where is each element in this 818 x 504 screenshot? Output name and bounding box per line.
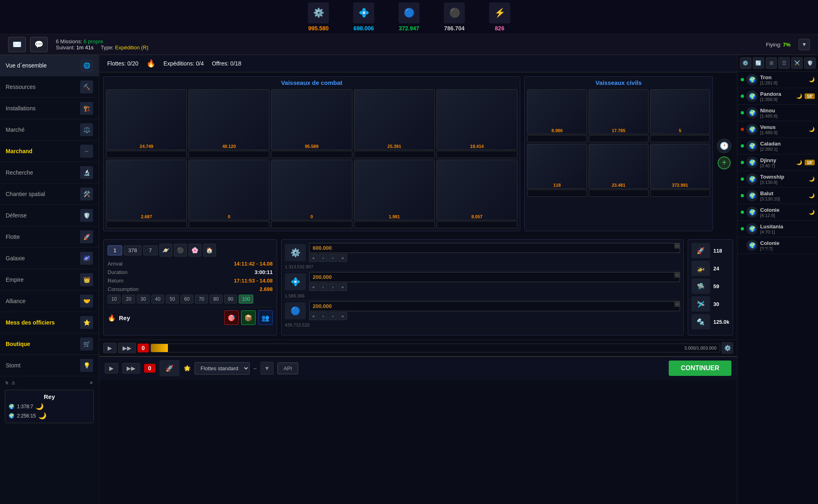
speed-btn-30[interactable]: 30	[137, 295, 150, 304]
mission-dropdown[interactable]: ▼	[799, 39, 810, 50]
sidebar-item-marchand[interactable]: Marchand ↔️	[0, 141, 99, 162]
ship-input-1[interactable]	[189, 151, 269, 158]
send-deuterium-next[interactable]: ›	[328, 312, 337, 320]
planet-list-item-8[interactable]: 🌍 Colonie [4:12:9] 🌙	[737, 204, 818, 221]
ship-input-6[interactable]	[189, 221, 269, 228]
planet-list-item-1[interactable]: 🌍 Pandora [1:356:9] 🌙 18'	[737, 88, 818, 105]
home-tab-icon[interactable]: 🏠	[203, 244, 216, 257]
ship-input-5[interactable]	[106, 221, 187, 228]
speed-btn-10[interactable]: 10	[108, 295, 121, 304]
speed-btn-40[interactable]: 40	[151, 295, 164, 304]
sidebar-item-flotte[interactable]: Flotte 🚀	[0, 226, 99, 248]
close-crystal-btn[interactable]: –	[674, 272, 680, 278]
planet-tab-icon[interactable]: 🪐	[159, 244, 172, 257]
speed-btn-70[interactable]: 70	[195, 295, 208, 304]
send-crystal-prev[interactable]: ‹	[319, 283, 328, 291]
right-gear-btn[interactable]: ⚙️	[740, 57, 751, 69]
civil-ship-input-1[interactable]	[589, 135, 648, 142]
send-deuterium-prev-prev[interactable]: «	[309, 312, 318, 320]
right-refresh-btn[interactable]: 🔄	[753, 57, 764, 69]
sidebar-item-defense[interactable]: Défense 🛡️	[0, 205, 99, 226]
civil-ship-input-3[interactable]	[527, 190, 587, 197]
send-crystal-prev-prev[interactable]: «	[309, 283, 318, 291]
planet-list-item-9[interactable]: 🌍 Lusitania [4:70:1]	[737, 221, 818, 237]
right-settings-btn[interactable]: ⚔️	[791, 57, 803, 69]
chat-button[interactable]: 💬	[30, 37, 48, 52]
dropdown-arrow-btn[interactable]: ▼	[261, 362, 273, 375]
ship-input-7[interactable]	[271, 221, 352, 228]
civil-ship-input-0[interactable]	[527, 135, 587, 142]
close-metal-btn[interactable]: –	[674, 243, 680, 249]
target-attack-icon[interactable]: 🎯	[224, 310, 239, 325]
close-alerts[interactable]: ✕	[89, 380, 93, 386]
send-deuterium-prev[interactable]: ‹	[319, 312, 328, 320]
send-metal-prev[interactable]: ‹	[319, 254, 328, 262]
sidebar-item-marche[interactable]: Marché ⚖️	[0, 119, 99, 141]
right-shield-btn[interactable]: 🛡️	[804, 57, 816, 69]
sidebar-item-empire[interactable]: Empire 👑	[0, 269, 99, 291]
sidebar-item-chantier[interactable]: Chantier spatial 🛠️	[0, 183, 99, 205]
sidebar-item-mess[interactable]: Mess des officiers ⭐	[0, 312, 99, 333]
civil-ship-input-4[interactable]	[589, 190, 648, 197]
send-deuterium-input[interactable]	[309, 301, 680, 311]
sidebar-item-alliance[interactable]: Alliance 🤝	[0, 291, 99, 312]
send-crystal-next-next[interactable]: »	[338, 283, 347, 291]
planet-list-item-5[interactable]: 🌍 Djinny [3:40:7] 🌙 18'	[737, 154, 818, 171]
mission-tab-378[interactable]: 378	[124, 245, 142, 255]
send-crystal-next[interactable]: ›	[328, 283, 337, 291]
sphere-tab-icon[interactable]: ⚫	[174, 244, 187, 257]
planet-list-item-3[interactable]: 🌍 Venus [1:485:9] 🌙	[737, 121, 818, 138]
planet-list-item-7[interactable]: 🌍 Balut [3:130:10] 🌙	[737, 188, 818, 204]
send-crystal-input[interactable]	[309, 272, 680, 282]
sidebar-item-recherche[interactable]: Recherche 🔬	[0, 162, 99, 183]
ship-input-8[interactable]	[354, 221, 435, 228]
right-grid-btn[interactable]: ⊞	[766, 57, 777, 69]
bottom-prev-btn[interactable]: ▶	[105, 363, 118, 373]
planet-list-item-0[interactable]: 🌍 Tron [1:281:8] 🌙	[737, 72, 818, 88]
mail-button[interactable]: ✉️	[8, 37, 26, 52]
planet-list-item-6[interactable]: 🌍 Township [3:130:8] 🌙	[737, 171, 818, 188]
planet-list-item-4[interactable]: 🌍 Caladan [2:390:1]	[737, 138, 818, 154]
flottes-standard-select[interactable]: Flottes standard	[195, 362, 250, 375]
send-deuterium-next-next[interactable]: »	[338, 312, 347, 320]
clock-icon[interactable]: 🕐	[717, 139, 731, 153]
planet-list-item-2[interactable]: 🌍 Ninou [1:485:8]	[737, 105, 818, 121]
mission-tab-7[interactable]: 7	[143, 245, 158, 255]
sidebar-item-stomt[interactable]: Stomt 💡	[0, 355, 99, 376]
send-metal-next-next[interactable]: »	[338, 254, 347, 262]
speed-btn-60[interactable]: 60	[180, 295, 193, 304]
right-list-btn[interactable]: ☰	[778, 57, 790, 69]
target-send-icon[interactable]: 📦	[241, 310, 256, 325]
target-group-icon[interactable]: 👥	[258, 310, 273, 325]
sidebar-item-overview[interactable]: Vue d`ensemble 🌐	[0, 55, 99, 76]
mission-tab-1[interactable]: 1	[108, 245, 122, 255]
ship-input-3[interactable]	[354, 151, 435, 158]
player-coord-2[interactable]: 🌍 2:256:15 🌙	[8, 412, 90, 420]
sidebar-item-installations[interactable]: Installations 🏗️	[0, 98, 99, 119]
ship-input-9[interactable]	[437, 221, 517, 228]
cargo-settings-btn[interactable]: ⚙️	[722, 342, 733, 354]
close-deuterium-btn[interactable]: –	[674, 301, 680, 307]
player-coord-1[interactable]: 🌍 1:378:7 🌙	[8, 403, 90, 410]
continue-button[interactable]: CONTINUER	[669, 361, 731, 376]
sidebar-item-boutique[interactable]: Boutique 🛒	[0, 333, 99, 355]
speed-btn-80[interactable]: 80	[210, 295, 223, 304]
bottom-next-btn[interactable]: ▶▶	[122, 363, 140, 373]
planet-list-item-10[interactable]: 🌍 Colonie [?:?:?]	[737, 237, 818, 254]
speed-btn-20[interactable]: 20	[122, 295, 135, 304]
fleet-prev-btn[interactable]: ▶	[103, 343, 117, 353]
send-metal-prev-prev[interactable]: «	[309, 254, 318, 262]
sidebar-item-galaxie[interactable]: Galaxie 🌌	[0, 248, 99, 269]
speed-btn-100[interactable]: 100	[239, 295, 253, 304]
send-metal-next[interactable]: ›	[328, 254, 337, 262]
send-metal-input[interactable]	[309, 243, 680, 253]
api-button[interactable]: API	[278, 363, 298, 374]
speed-btn-50[interactable]: 50	[166, 295, 179, 304]
add-ship-button[interactable]: +	[718, 156, 731, 169]
civil-ship-input-2[interactable]	[650, 135, 710, 142]
flower-tab-icon[interactable]: 🌸	[189, 244, 201, 257]
ship-input-2[interactable]	[271, 151, 352, 158]
ship-input-4[interactable]	[437, 151, 517, 158]
sidebar-item-ressources[interactable]: Ressources ⛏️	[0, 76, 99, 98]
fleet-next-btn[interactable]: ▶▶	[118, 343, 136, 353]
